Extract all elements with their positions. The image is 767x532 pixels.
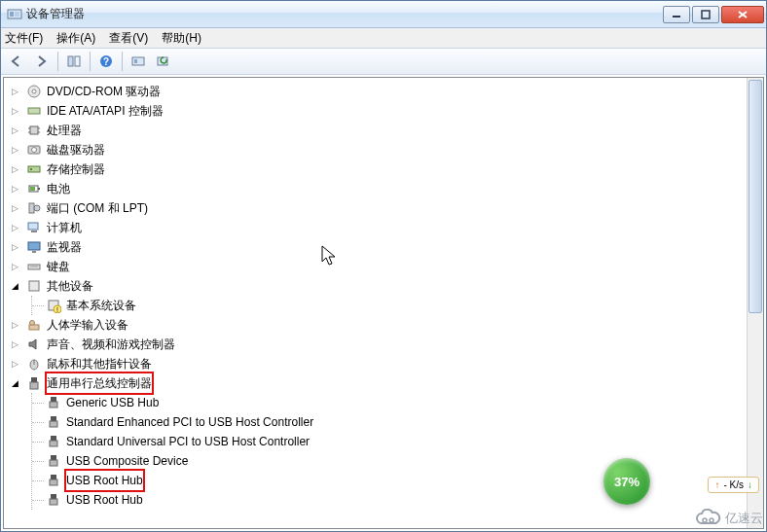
refresh-button[interactable] bbox=[152, 51, 175, 72]
forward-button[interactable] bbox=[30, 51, 54, 72]
menu-file[interactable]: 文件(F) bbox=[5, 30, 43, 47]
usb-children: Generic USB Hub Standard Enhanced PCI to… bbox=[31, 393, 763, 510]
svg-rect-48 bbox=[50, 402, 57, 408]
tree-node-keyboard[interactable]: 键盘 bbox=[10, 257, 763, 276]
storage-icon bbox=[26, 161, 42, 177]
tree-node-usb[interactable]: 通用串行总线控制器 bbox=[10, 373, 763, 393]
svg-rect-33 bbox=[28, 242, 40, 250]
maximize-button[interactable] bbox=[692, 6, 719, 23]
cpu-icon bbox=[26, 123, 42, 138]
tree-node-usb-root2[interactable]: USB Root Hub bbox=[32, 490, 763, 510]
titlebar[interactable]: 设备管理器 bbox=[1, 1, 766, 28]
menu-action[interactable]: 操作(A) bbox=[56, 30, 95, 47]
cloud-icon bbox=[694, 509, 723, 528]
keyboard-icon bbox=[26, 259, 42, 274]
vertical-scrollbar[interactable] bbox=[747, 78, 763, 528]
sound-icon bbox=[26, 337, 42, 352]
svg-point-15 bbox=[32, 89, 36, 93]
scan-button[interactable] bbox=[127, 51, 150, 72]
svg-rect-7 bbox=[68, 56, 73, 66]
tree-node-battery[interactable]: 电池 bbox=[10, 179, 763, 198]
tree-node-mouse[interactable]: 鼠标和其他指针设备 bbox=[10, 354, 763, 373]
svg-rect-31 bbox=[28, 223, 38, 230]
close-button[interactable] bbox=[721, 6, 764, 23]
show-hide-tree-button[interactable] bbox=[62, 51, 86, 72]
svg-point-30 bbox=[34, 205, 40, 211]
tree-node-storage[interactable]: 存储控制器 bbox=[10, 160, 763, 179]
svg-rect-1 bbox=[10, 12, 14, 17]
tree-node-hid[interactable]: 人体学输入设备 bbox=[10, 315, 763, 335]
help-button[interactable]: ? bbox=[94, 51, 118, 72]
highlighted-usb-root-hub: USB Root Hub bbox=[64, 469, 145, 492]
svg-rect-56 bbox=[50, 479, 57, 485]
tree-node-monitor[interactable]: 监视器 bbox=[10, 237, 763, 257]
other-children: !基本系统设备 bbox=[31, 296, 763, 315]
tree-node-usb-composite[interactable]: USB Composite Device bbox=[32, 451, 763, 471]
svg-point-25 bbox=[30, 168, 32, 170]
svg-rect-58 bbox=[50, 499, 57, 505]
tree-node-cpu[interactable]: 处理器 bbox=[10, 121, 763, 140]
disk-icon bbox=[26, 142, 42, 158]
menu-help[interactable]: 帮助(H) bbox=[162, 30, 201, 47]
svg-rect-24 bbox=[28, 166, 40, 172]
ports-icon bbox=[26, 200, 42, 216]
hid-icon bbox=[26, 317, 42, 333]
svg-rect-17 bbox=[30, 126, 38, 134]
tree-node-ide[interactable]: IDE ATA/ATAPI 控制器 bbox=[10, 101, 763, 121]
brand-text: 亿速云 bbox=[725, 510, 763, 527]
tree-content: DVD/CD-ROM 驱动器 IDE ATA/ATAPI 控制器 处理器 磁盘驱… bbox=[3, 77, 764, 529]
toolbar-separator bbox=[57, 52, 58, 71]
tree-node-dvd[interactable]: DVD/CD-ROM 驱动器 bbox=[10, 82, 763, 101]
svg-rect-27 bbox=[38, 188, 40, 190]
svg-rect-29 bbox=[29, 203, 34, 213]
tree-node-other-basic[interactable]: !基本系统设备 bbox=[32, 296, 763, 315]
device-tree[interactable]: DVD/CD-ROM 驱动器 IDE ATA/ATAPI 控制器 处理器 磁盘驱… bbox=[4, 78, 763, 514]
usb-device-icon bbox=[46, 414, 61, 430]
svg-point-60 bbox=[710, 518, 713, 522]
up-arrow-icon: ↑ bbox=[714, 479, 719, 490]
tree-node-other[interactable]: 其他设备 bbox=[10, 276, 763, 296]
svg-text:?: ? bbox=[103, 56, 109, 67]
svg-rect-42 bbox=[29, 325, 39, 330]
toolbar: ? bbox=[1, 48, 766, 75]
svg-rect-32 bbox=[31, 231, 37, 232]
device-manager-window: 设备管理器 文件(F) 操作(A) 查看(V) 帮助(H) ? DVD/CD-R… bbox=[0, 0, 767, 532]
usb-controller-icon bbox=[26, 375, 42, 391]
svg-rect-12 bbox=[134, 59, 137, 63]
dvd-icon bbox=[26, 84, 42, 99]
tree-node-computer[interactable]: 计算机 bbox=[10, 218, 763, 237]
svg-rect-49 bbox=[51, 416, 56, 421]
usb-device-icon bbox=[46, 434, 61, 449]
minimize-button[interactable] bbox=[663, 6, 690, 23]
menu-view[interactable]: 查看(V) bbox=[109, 30, 148, 47]
scrollbar-thumb[interactable] bbox=[749, 80, 762, 313]
other-icon bbox=[26, 278, 42, 294]
tree-node-disk[interactable]: 磁盘驱动器 bbox=[10, 140, 763, 160]
brand-logo: 亿速云 bbox=[694, 509, 763, 528]
unknown-device-icon: ! bbox=[46, 298, 61, 313]
svg-rect-53 bbox=[51, 455, 56, 460]
svg-rect-8 bbox=[75, 56, 80, 66]
tree-node-usb-universal[interactable]: Standard Universal PCI to USB Host Contr… bbox=[32, 432, 763, 451]
highlighted-usb-category: 通用串行总线控制器 bbox=[45, 372, 154, 395]
svg-point-59 bbox=[703, 518, 707, 522]
back-button[interactable] bbox=[5, 51, 28, 72]
network-speed-widget[interactable]: ↑ - K/s ↓ bbox=[708, 477, 759, 493]
svg-rect-47 bbox=[51, 397, 56, 402]
monitor-icon bbox=[26, 239, 42, 255]
svg-rect-45 bbox=[31, 377, 37, 382]
percent-badge[interactable]: 37% bbox=[603, 458, 650, 505]
usb-device-icon bbox=[46, 395, 61, 410]
svg-rect-34 bbox=[32, 251, 36, 253]
svg-rect-54 bbox=[50, 460, 57, 466]
down-arrow-icon: ↓ bbox=[748, 479, 752, 490]
tree-node-usb-enhanced[interactable]: Standard Enhanced PCI to USB Host Contro… bbox=[32, 412, 763, 432]
tree-node-ports[interactable]: 端口 (COM 和 LPT) bbox=[10, 198, 763, 218]
menubar: 文件(F) 操作(A) 查看(V) 帮助(H) bbox=[1, 28, 766, 48]
tree-node-usb-generic[interactable]: Generic USB Hub bbox=[32, 393, 763, 412]
tree-node-usb-root1[interactable]: USB Root Hub bbox=[32, 471, 763, 490]
up-speed: - K/s bbox=[723, 479, 744, 490]
svg-rect-28 bbox=[30, 187, 35, 191]
tree-node-sound[interactable]: 声音、视频和游戏控制器 bbox=[10, 335, 763, 354]
svg-point-23 bbox=[32, 148, 37, 153]
